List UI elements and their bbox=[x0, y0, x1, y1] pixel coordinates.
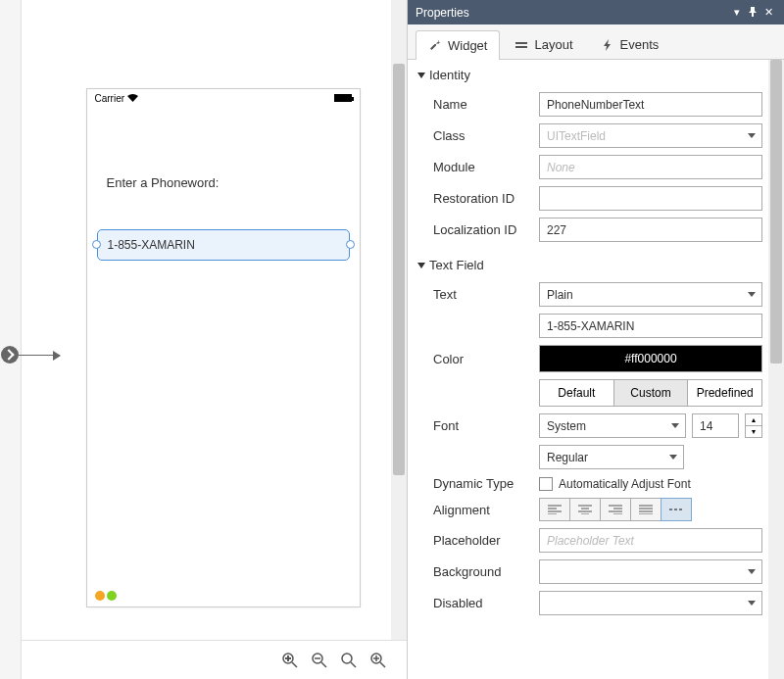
svg-rect-14 bbox=[515, 46, 527, 48]
properties-body: Identity Name Class UITextField Module R… bbox=[408, 60, 784, 679]
disabled-select[interactable] bbox=[539, 591, 762, 615]
svg-line-10 bbox=[380, 662, 385, 667]
module-input[interactable] bbox=[539, 155, 762, 179]
panel-scrollbar[interactable] bbox=[768, 60, 784, 679]
label-alignment: Alignment bbox=[433, 503, 531, 517]
zoom-reset-icon[interactable] bbox=[340, 652, 358, 669]
selected-textfield[interactable] bbox=[97, 229, 350, 261]
tab-widget[interactable]: Widget bbox=[416, 30, 500, 60]
phoneword-input[interactable] bbox=[97, 229, 350, 261]
dynamic-type-checkbox[interactable] bbox=[539, 477, 553, 491]
property-tabs: Widget Layout Events bbox=[408, 24, 784, 60]
entry-point-arrow[interactable] bbox=[1, 346, 60, 364]
label-localization-id: Localization ID bbox=[433, 222, 531, 237]
label-color: Color bbox=[433, 352, 531, 366]
label-name: Name bbox=[433, 97, 531, 112]
align-natural-button[interactable] bbox=[661, 498, 692, 521]
label-font: Font bbox=[433, 418, 531, 433]
color-swatch[interactable]: #ff000000 bbox=[539, 345, 762, 372]
phone-mock[interactable]: Carrier Enter a Phoneword: bbox=[86, 88, 361, 607]
svg-line-1 bbox=[292, 662, 297, 667]
label-dynamic-type: Dynamic Type bbox=[433, 476, 531, 491]
section-identity: Identity Name Class UITextField Module R… bbox=[417, 68, 762, 242]
resize-handle-right[interactable] bbox=[346, 240, 355, 249]
ok-dot-icon bbox=[107, 591, 117, 601]
section-textfield: Text Field Text Plain Color #ff000000 De… bbox=[417, 258, 762, 615]
placeholder-input[interactable] bbox=[539, 528, 762, 553]
status-bar: Carrier bbox=[87, 89, 360, 107]
designer-surface: Carrier Enter a Phoneword: bbox=[0, 0, 407, 679]
label-class: Class bbox=[433, 128, 531, 143]
scrollbar-thumb[interactable] bbox=[393, 64, 405, 475]
zoom-out-icon[interactable] bbox=[311, 652, 328, 669]
localization-id-input[interactable] bbox=[539, 218, 762, 242]
caret-down-icon bbox=[417, 73, 425, 78]
restoration-id-input[interactable] bbox=[539, 186, 762, 211]
layout-icon bbox=[514, 38, 528, 52]
alignment-segment bbox=[539, 498, 762, 521]
font-family-select[interactable]: System bbox=[539, 413, 686, 438]
properties-panel: Properties ▾ ✕ Widget Layout Events Iden… bbox=[407, 0, 784, 679]
designer-canvas[interactable]: Carrier Enter a Phoneword: bbox=[0, 0, 407, 640]
background-select[interactable] bbox=[539, 559, 762, 584]
font-size-input[interactable] bbox=[692, 413, 739, 438]
svg-rect-3 bbox=[287, 655, 289, 661]
section-header-identity[interactable]: Identity bbox=[417, 68, 762, 82]
label-background: Background bbox=[433, 564, 531, 579]
label-text: Text bbox=[433, 287, 531, 302]
battery-icon bbox=[334, 94, 352, 102]
resize-handle-left[interactable] bbox=[92, 240, 101, 249]
text-type-select[interactable]: Plain bbox=[539, 282, 762, 307]
lightning-icon bbox=[601, 38, 614, 52]
panel-title: Properties bbox=[416, 6, 469, 20]
class-select[interactable]: UITextField bbox=[539, 123, 762, 148]
carrier-label: Carrier bbox=[95, 93, 138, 104]
svg-line-5 bbox=[321, 662, 326, 667]
zoom-in-icon[interactable] bbox=[369, 652, 387, 669]
svg-point-7 bbox=[342, 654, 352, 663]
font-size-stepper[interactable]: ▲▼ bbox=[745, 413, 762, 438]
color-predefined-button[interactable]: Predefined bbox=[687, 379, 762, 407]
warning-dot-icon bbox=[95, 591, 105, 601]
tab-layout[interactable]: Layout bbox=[502, 29, 585, 59]
color-default-button[interactable]: Default bbox=[539, 379, 614, 407]
close-icon[interactable]: ✕ bbox=[760, 6, 776, 19]
align-center-button[interactable] bbox=[569, 498, 601, 521]
text-value-input[interactable] bbox=[539, 314, 762, 338]
svg-rect-13 bbox=[515, 42, 527, 44]
label-disabled: Disabled bbox=[433, 596, 531, 610]
align-left-button[interactable] bbox=[539, 498, 570, 521]
section-header-textfield[interactable]: Text Field bbox=[417, 258, 762, 272]
caret-down-icon bbox=[417, 263, 425, 268]
label-module: Module bbox=[433, 160, 531, 174]
phoneword-label: Enter a Phoneword: bbox=[107, 175, 360, 190]
designer-scrollbar[interactable] bbox=[391, 0, 407, 640]
panel-titlebar[interactable]: Properties ▾ ✕ bbox=[408, 0, 784, 24]
pin-icon[interactable] bbox=[745, 7, 760, 19]
align-justify-button[interactable] bbox=[630, 498, 662, 521]
label-restoration-id: Restoration ID bbox=[433, 191, 531, 206]
wrench-icon bbox=[428, 39, 442, 53]
label-placeholder: Placeholder bbox=[433, 533, 531, 548]
svg-line-8 bbox=[351, 662, 356, 667]
name-input[interactable] bbox=[539, 92, 762, 117]
tab-events[interactable]: Events bbox=[588, 29, 672, 59]
align-right-button[interactable] bbox=[600, 498, 631, 521]
color-custom-button[interactable]: Custom bbox=[613, 379, 689, 407]
color-mode-segment: Default Custom Predefined bbox=[539, 379, 762, 407]
phone-footer-dots bbox=[95, 591, 117, 601]
dynamic-type-check-label: Automatically Adjust Font bbox=[559, 477, 691, 491]
panel-menu-icon[interactable]: ▾ bbox=[729, 6, 745, 19]
scrollbar-thumb[interactable] bbox=[770, 60, 782, 364]
font-weight-select[interactable]: Regular bbox=[539, 445, 684, 469]
zoom-fit-icon[interactable] bbox=[281, 652, 299, 669]
designer-toolbar bbox=[0, 640, 407, 679]
